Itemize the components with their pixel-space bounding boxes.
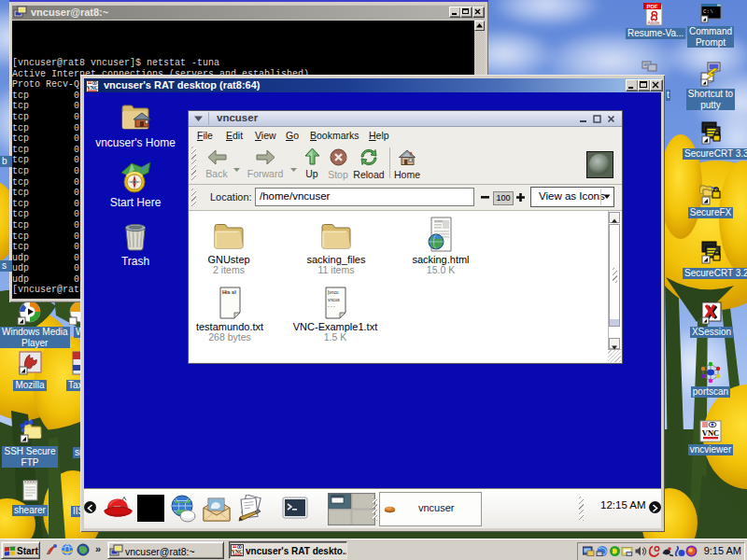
svg-text:His sl: His sl: [222, 289, 236, 295]
svg-text:C:\: C:\: [703, 8, 713, 15]
svg-text:VNC: VNC: [232, 549, 243, 554]
svg-text:[vncu: [vncu: [328, 290, 339, 295]
svg-text:- - -: - - -: [328, 303, 335, 309]
svg-text:Adobe: Adobe: [647, 21, 660, 25]
svg-text:VNC: VNC: [702, 428, 719, 438]
svg-text:vncus: vncus: [328, 298, 340, 302]
svg-text:PDF: PDF: [646, 4, 657, 9]
svg-text:VNC: VNC: [87, 85, 98, 91]
